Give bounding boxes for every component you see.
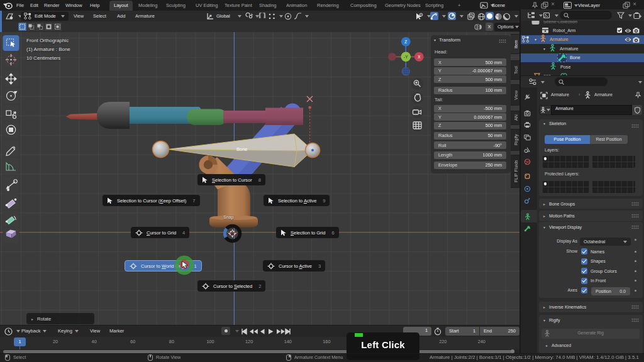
- svg-text:X: X: [418, 55, 421, 59]
- svg-text:Z: Z: [404, 40, 407, 44]
- svg-text:-Y: -Y: [404, 55, 408, 59]
